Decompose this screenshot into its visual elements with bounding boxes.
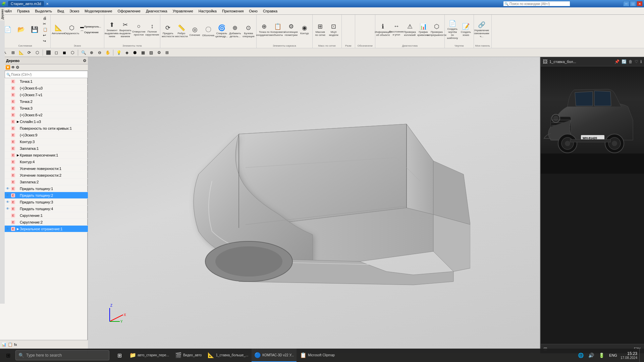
- btn-shaded[interactable]: ◼: [61, 49, 68, 56]
- btn-rect[interactable]: ▬Прямоуголь...: [79, 24, 103, 29]
- taskbar-item-kompas[interactable]: 🔵 КОМПАС-3D v22 У...: [252, 349, 297, 362]
- btn-view-mode[interactable]: ⬡: [69, 49, 76, 56]
- system-clock[interactable]: 15:23 17.08.2024: [621, 351, 637, 360]
- menu-item-диагностика[interactable]: Диагностика: [143, 8, 170, 14]
- btn-collection[interactable]: ⚙Коллекция геометрии: [285, 22, 298, 37]
- network-icon[interactable]: 🌐: [577, 351, 585, 359]
- btn-info[interactable]: ℹИнформация об объекте: [377, 22, 389, 37]
- btn-customize[interactable]: ⊞: [163, 49, 171, 56]
- tree-expand-icon[interactable]: ▶: [16, 120, 20, 124]
- tree-item[interactable]: E(+)Эскиз:7-v1: [5, 92, 88, 98]
- menu-item-моделирование[interactable]: Моделирование: [82, 8, 115, 14]
- tree-item[interactable]: E(+)Эскиз:9: [5, 132, 88, 138]
- btn-collision[interactable]: ⚠Проверка коллизий: [404, 22, 416, 37]
- visibility-icon[interactable]: 👁: [6, 193, 11, 197]
- tab-file[interactable]: Старин_авто.m3d: [8, 1, 44, 6]
- btn-shell[interactable]: 〇Оболочка: [202, 23, 215, 39]
- tree-item[interactable]: E(+)Эскиз:8-v2: [5, 112, 88, 118]
- btn-autoline[interactable]: 📐Автолиния: [52, 22, 65, 37]
- btn-fillet[interactable]: ⌒Скругление: [79, 30, 103, 35]
- tree-eye-icon[interactable]: 👁: [11, 65, 15, 70]
- tree-item[interactable]: E▶Кривая пересечения:1: [5, 152, 88, 159]
- menu-item-выделить[interactable]: Выделить: [32, 8, 55, 14]
- btn-snap[interactable]: ▨: [147, 49, 155, 56]
- tree-item[interactable]: E▶Сплайн:1-v3: [5, 118, 88, 125]
- btn-redo[interactable]: ↪: [42, 38, 49, 44]
- btn-contour[interactable]: ◉Контур: [298, 22, 311, 37]
- btn-grid[interactable]: ▦: [139, 49, 147, 56]
- menu-item-управление[interactable]: Управление: [170, 8, 196, 14]
- btn-open[interactable]: 📂: [15, 22, 28, 37]
- show-desktop-btn[interactable]: [639, 349, 641, 362]
- taskbar-item-ref[interactable]: 📐 1_ставка_больше_...: [205, 349, 251, 362]
- tree-item[interactable]: 👁EПридать толщину:2: [5, 192, 88, 199]
- tree-search-bar[interactable]: 🔍: [5, 71, 88, 78]
- btn-spiral[interactable]: 🌀Спираль цилиндр...: [215, 23, 228, 39]
- btn-create-sketch[interactable]: 📝Создать эскиз: [460, 22, 472, 37]
- battery-icon[interactable]: 🔋: [597, 351, 606, 359]
- tree-expand-icon[interactable]: ▶: [16, 153, 20, 157]
- menu-item-эскиз[interactable]: Эскиз: [67, 8, 82, 14]
- btn-select-all[interactable]: ⊞: [9, 49, 17, 56]
- btn-light[interactable]: 💡: [115, 49, 122, 56]
- btn-print[interactable]: 🖨: [42, 15, 49, 21]
- btn-copy[interactable]: 📋: [42, 27, 49, 32]
- btn-section[interactable]: ◎Сечение: [189, 23, 201, 39]
- language-indicator[interactable]: ENG: [608, 353, 619, 358]
- btn-create-drawing[interactable]: 📄Создать чертёж по шаблону: [446, 22, 459, 37]
- btn-wireframe[interactable]: ◻: [53, 49, 60, 56]
- menu-item-справка[interactable]: Справка: [260, 8, 280, 14]
- visibility-icon[interactable]: 👁: [6, 187, 11, 190]
- minimize-button[interactable]: ─: [623, 1, 629, 6]
- tree-item[interactable]: EУсечение поверхности:1: [5, 165, 88, 172]
- btn-mcx[interactable]: ⊡МЦХ модели: [327, 22, 340, 37]
- btn-rib2[interactable]: 📏Ребро жесткости: [175, 23, 188, 39]
- preview-image[interactable]: WH-81420: [541, 66, 644, 344]
- btn-zoom-in[interactable]: ⊕: [88, 49, 95, 56]
- menu-item-настройка[interactable]: Настройка: [196, 8, 219, 14]
- preview-heart-icon[interactable]: ♡: [635, 59, 638, 64]
- preview-info-icon[interactable]: ℹ: [640, 59, 642, 64]
- tree-item[interactable]: EСкругление:1: [5, 212, 88, 219]
- btn-cut[interactable]: ✂: [42, 21, 49, 26]
- taskbar-search[interactable]: 🔍 Type here to search: [15, 350, 109, 360]
- tree-item[interactable]: EТочка:1: [5, 78, 88, 85]
- tree-item[interactable]: EЗаплатка:1: [5, 145, 88, 152]
- menu-item-оформление[interactable]: Оформление: [115, 8, 143, 14]
- menu-item-приложения[interactable]: Приложения: [219, 8, 246, 14]
- tree-item[interactable]: 👁EПридать толщину:3: [5, 199, 88, 205]
- btn-3d-view[interactable]: ⬛: [45, 49, 52, 56]
- taskbar-item-files[interactable]: 📁 авто_старин_пере...: [127, 349, 172, 362]
- volume-icon[interactable]: 🔊: [587, 351, 595, 359]
- tree-item[interactable]: EПоверхность по сети кривых:1: [5, 125, 88, 132]
- close-tab-btn[interactable]: ✕: [46, 2, 49, 6]
- close-button[interactable]: ✕: [637, 1, 643, 6]
- btn-measure[interactable]: 📐: [17, 49, 25, 56]
- tree-item[interactable]: E(+)Эскиз:6-u3: [5, 85, 88, 92]
- btn-copy-obj[interactable]: 📋Копировать объекты: [271, 22, 284, 37]
- preview-pin-icon[interactable]: 📌: [614, 59, 620, 64]
- tree-item[interactable]: 👁EПридать толщину:1: [5, 185, 88, 192]
- btn-undo[interactable]: ↩: [42, 33, 49, 38]
- tree-settings-icon[interactable]: ⚙: [83, 58, 87, 63]
- tree-item[interactable]: EТочка:2: [5, 98, 88, 105]
- btn-save[interactable]: 💾: [28, 22, 41, 37]
- visibility-icon[interactable]: 👁: [6, 200, 11, 204]
- btn-distance[interactable]: ↔Расстояние и угол: [390, 22, 403, 37]
- btn-render[interactable]: ⬢: [131, 49, 139, 56]
- btn-full-fillet[interactable]: ↕Полное скругление: [146, 22, 159, 37]
- tree-item[interactable]: EТочка:3: [5, 105, 88, 112]
- tree-item[interactable]: EУсечение поверхности:2: [5, 172, 88, 179]
- btn-manage-linked[interactable]: 🔗Управление связанными ч...: [475, 22, 488, 37]
- btn-filter[interactable]: ⬡: [34, 49, 41, 56]
- tree-gear-icon[interactable]: ⚙: [16, 65, 19, 70]
- btn-zoom-out[interactable]: ⊖: [96, 49, 103, 56]
- preview-refresh-icon[interactable]: 🔄: [622, 59, 627, 64]
- tree-search-input[interactable]: [11, 73, 86, 76]
- maximize-button[interactable]: □: [630, 1, 636, 6]
- visibility-icon[interactable]: 👁: [6, 227, 11, 231]
- tree-filter-icon[interactable]: 🔽: [5, 65, 10, 70]
- preview-minimize-icon[interactable]: 🖼: [543, 59, 547, 64]
- taskbar-btn-taskview[interactable]: ⊞: [113, 349, 126, 362]
- tree-item[interactable]: 👁E▶Зеркальное отражение:1: [5, 226, 88, 232]
